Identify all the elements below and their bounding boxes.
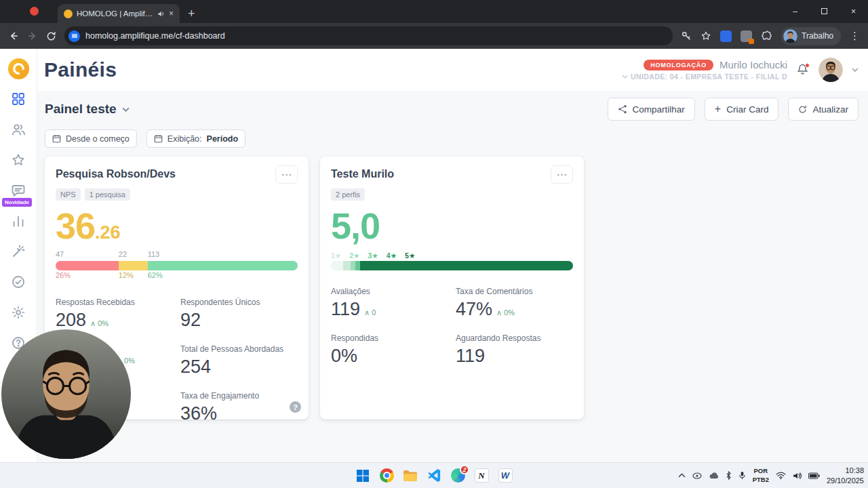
gear-icon [11,305,26,320]
card-menu-button[interactable]: ⋯ [275,165,298,184]
word-icon[interactable]: W [495,466,515,486]
back-button[interactable] [8,30,19,41]
clock-date: 29/10/2025 [827,476,864,486]
url-text[interactable]: homolog.amplifique.me/cf-dashboard [85,31,225,41]
metric-label: Respondidas [331,333,456,343]
sidebar-item-feedback[interactable]: Novidade [10,182,26,199]
metric: Total de Pessoas Abordadas254 [180,344,283,378]
main-area: Painéis HOMOLOGAÇÃO Murilo Iochucki UNID… [37,49,868,462]
sidebar-item-dashboards[interactable] [10,91,26,107]
card-title: Teste Murilo [331,165,394,180]
sidebar-item-reports[interactable] [10,213,26,229]
bookmark-star-icon[interactable] [701,30,711,41]
novidade-badge: Novidade [2,198,32,207]
browser-menu-icon[interactable]: ⋮ [850,30,860,42]
panel-selector[interactable]: Painel teste [45,102,130,117]
battery-icon[interactable] [808,472,820,479]
amplifique-logo[interactable] [7,58,30,80]
sidebar-item-favorites[interactable] [10,152,26,168]
share-button[interactable]: Compartilhar [608,98,695,121]
address-bar[interactable]: homolog.amplifique.me/cf-dashboard [64,26,673,45]
score-integer: 36 [56,207,95,244]
minimize-button[interactable]: – [781,0,810,22]
metric-value: 254 [180,357,211,378]
segment-count: 113 [148,250,298,260]
view-mode-prefix: Exibição: [167,134,202,144]
bar-segment [343,261,351,270]
vscode-icon[interactable] [424,466,444,486]
tray-eye-icon[interactable] [692,472,702,479]
tab-close-icon[interactable]: × [169,9,174,18]
maximize-button[interactable] [810,0,839,22]
window-close-button[interactable]: × [839,0,868,22]
card-menu-button[interactable]: ⋯ [551,165,573,184]
notifications-bell-icon[interactable] [796,63,810,77]
users-icon [11,122,26,137]
ellipsis-icon: ⋯ [557,169,568,180]
hidden-icons-chevron[interactable] [678,473,686,478]
plus-icon: + [715,104,721,115]
view-mode-filter[interactable]: Exibição: Período [146,129,245,148]
browser-profile-chip[interactable]: Trabalho [781,27,841,45]
chevron-down-icon[interactable] [852,68,859,72]
user-avatar[interactable] [818,58,843,82]
volume-icon[interactable] [793,472,802,480]
windows-taskbar: 2 N W PORPTB2 [0,462,868,488]
metric-value: 47% [456,299,492,320]
create-card-button[interactable]: + Criar Card [705,98,779,121]
profile-avatar [783,29,797,43]
chrome-icon[interactable] [376,466,397,486]
notification-dot [805,63,810,68]
extension-icon[interactable] [741,30,752,42]
bar-segment [351,261,355,270]
extensions-puzzle-icon[interactable] [761,30,772,42]
tab-audio-icon[interactable] [157,10,165,18]
bar-segment [56,261,119,270]
tray-cloud-icon[interactable] [709,472,719,479]
password-key-icon[interactable] [681,30,692,41]
refresh-label: Atualizar [812,104,848,115]
site-favicon [64,9,73,18]
bar-segment [119,261,148,270]
date-range-filter[interactable]: Desde o começo [45,129,137,148]
share-icon [618,104,627,114]
extension-icon[interactable] [720,30,732,42]
unit-selector[interactable]: UNIDADE: 04 - EMPRESA TESTE - FILIAL D [622,73,787,81]
card-help-icon[interactable]: ? [290,401,301,413]
new-tab-button[interactable]: + [188,7,195,20]
taskbar-clock[interactable]: 10:38 29/10/2025 [827,466,864,486]
sidebar-item-contacts[interactable] [10,121,26,138]
card-tag: 1 pesquisa [85,188,130,201]
sidebar-item-automation[interactable] [10,243,26,260]
legend-item: 5★ [405,251,415,260]
browser-toolbar: homolog.amplifique.me/cf-dashboard Traba… [0,23,868,49]
user-block[interactable]: HOMOLOGAÇÃO Murilo Iochucki UNIDADE: 04 … [622,59,787,81]
metric-label: Total de Pessoas Abordadas [180,344,283,354]
notion-icon[interactable]: N [471,466,492,486]
refresh-button[interactable]: Atualizar [788,98,859,121]
webcam-overlay [1,329,131,459]
tab-strip: HOMOLOG | Amplifique.me × + – × [0,0,868,23]
site-info-icon[interactable] [68,30,80,42]
start-button[interactable] [353,466,373,486]
browser-tab[interactable]: HOMOLOG | Amplifique.me × [58,4,180,23]
metric-value: 36% [180,403,217,424]
sidebar-item-tasks[interactable] [10,274,26,290]
legend-item: 4★ [387,251,397,260]
file-explorer-icon[interactable] [400,466,420,486]
user-name: Murilo Iochucki [719,59,787,70]
metric-value: 119 [456,346,485,367]
app-icon-with-badge[interactable]: 2 [448,466,468,486]
tray-bluetooth-icon[interactable] [726,471,732,480]
tray-mic-icon[interactable] [738,471,746,480]
nps-distribution-chart: 472211326%12%62% [56,250,298,281]
reload-button[interactable] [46,31,56,41]
forward-button[interactable] [27,30,38,41]
notification-badge: 2 [460,465,469,474]
wifi-icon[interactable] [776,472,786,479]
sidebar-item-settings[interactable] [10,304,26,321]
chevron-down-icon [122,107,130,112]
chevron-down-icon [622,75,628,79]
metric-delta: ∧ 0% [90,319,108,328]
language-indicator[interactable]: PORPTB2 [753,467,769,484]
